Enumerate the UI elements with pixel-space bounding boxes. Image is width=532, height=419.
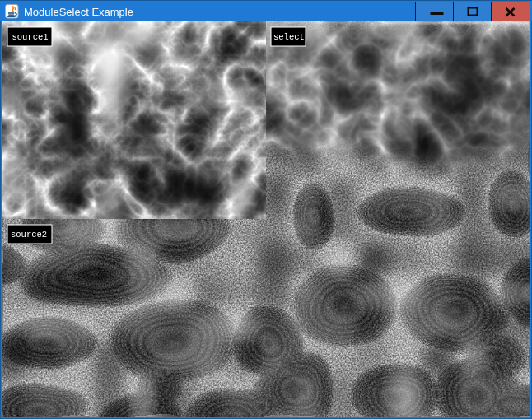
svg-text:source1: source1 bbox=[12, 32, 49, 42]
svg-text:select: select bbox=[273, 32, 305, 42]
svg-text:source2: source2 bbox=[11, 230, 47, 240]
